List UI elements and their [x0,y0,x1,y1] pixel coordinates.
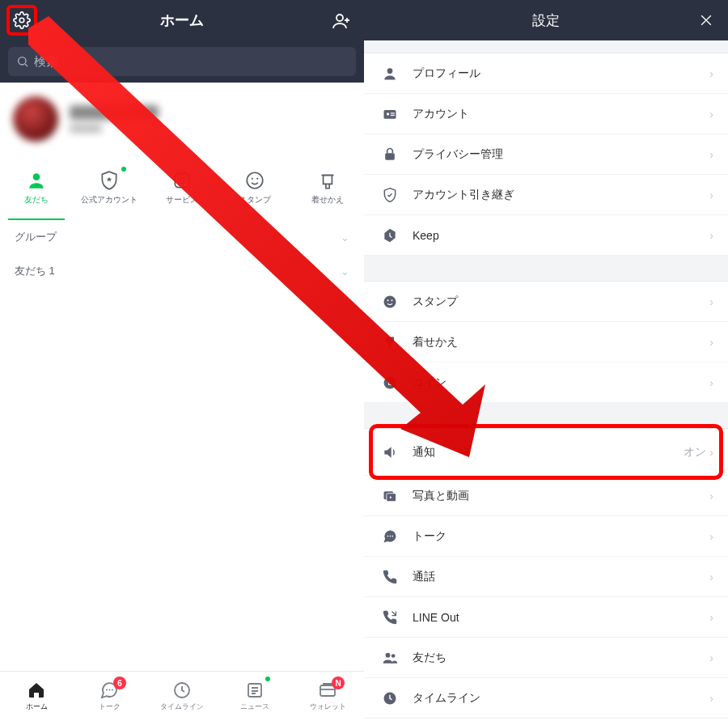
lock-icon [382,146,398,163]
svg-point-31 [386,652,391,657]
svg-point-17 [387,112,389,115]
settings-screen: 設定 プロフィール › アカウント › プライバシー管理 › [364,0,728,721]
settings-gear-button[interactable] [6,5,37,36]
chevron-right-icon: › [709,692,713,705]
svg-point-29 [390,535,392,537]
chevron-right-icon: › [709,336,713,349]
settings-item-coin[interactable]: L コイン › [364,363,728,403]
settings-item-notifications[interactable]: 通知 オン › [364,429,728,476]
news-icon [245,681,265,700]
settings-item-account-transfer[interactable]: アカウント引き継ぎ › [364,175,728,215]
chevron-right-icon: › [709,229,713,242]
chevron-right-icon: › [709,651,713,664]
smiley-icon [244,170,265,191]
tab-friends[interactable]: 友だち [0,155,73,220]
page-title: ホーム [160,11,204,30]
chevron-down-icon: ⌄ [341,265,349,278]
tab-stickers[interactable]: スタンプ [218,155,291,220]
chevron-right-icon: › [709,570,713,583]
svg-point-23 [392,299,393,301]
svg-point-0 [19,18,24,23]
chevron-right-icon: › [709,148,713,161]
svg-point-6 [247,172,263,189]
chevron-right-icon: › [709,376,713,389]
svg-point-3 [33,173,40,180]
profile-section[interactable] [0,83,364,155]
settings-item-lineout[interactable]: LINE Out › [364,597,728,638]
chevron-right-icon: › [709,295,713,308]
settings-item-profile[interactable]: プロフィール › [364,53,728,94]
svg-point-28 [387,535,389,537]
search-input[interactable]: 検索 [8,47,356,76]
svg-point-15 [387,68,393,74]
chevron-right-icon: › [709,67,713,80]
chat-icon [382,528,398,545]
settings-item-photos-videos[interactable]: 写真と動画 › [364,476,728,516]
notification-dot [121,167,126,172]
media-icon [382,488,398,504]
nav-home[interactable]: ホーム [0,672,73,721]
clock-icon [172,681,192,700]
settings-item-privacy[interactable]: プライバシー管理 › [364,134,728,175]
talk-badge: 6 [113,676,126,689]
smiley-icon [382,294,398,310]
tab-services[interactable]: S サービス [146,155,218,220]
wallet-badge: N [332,676,345,689]
tab-official-account[interactable]: 公式アカウント [73,155,146,220]
chevron-right-icon: › [709,446,713,459]
settings-item-calls[interactable]: 通話 › [364,557,728,597]
svg-point-1 [336,15,343,21]
service-icon: S [171,170,193,191]
shield-star-icon [99,170,120,191]
avatar [13,96,58,142]
category-tabs: 友だち 公式アカウント S サービス スタンプ 着せかえ [0,155,364,220]
nav-talk[interactable]: 6 トーク [73,672,146,721]
notification-state: オン [684,445,706,460]
id-card-icon [382,106,398,122]
hexagon-icon [382,227,398,244]
settings-header: 設定 [364,0,728,40]
search-icon [16,55,29,68]
nav-wallet[interactable]: N ウォレット [291,672,364,721]
add-friend-icon [332,11,351,31]
chevron-right-icon: › [709,611,713,624]
phone-out-icon [382,609,398,626]
svg-point-10 [109,689,111,691]
svg-rect-18 [391,112,395,113]
svg-rect-19 [391,114,395,115]
svg-rect-20 [385,153,395,159]
settings-item-keep[interactable]: Keep › [364,215,728,256]
settings-item-account[interactable]: アカウント › [364,94,728,134]
profile-sub-blurred [70,125,102,133]
settings-item-talk[interactable]: トーク › [364,516,728,557]
tab-themes[interactable]: 着せかえ [291,155,364,220]
shield-check-icon [382,187,398,203]
clock-icon [382,690,398,706]
speaker-icon [382,444,398,460]
profile-name-blurred [70,105,159,120]
settings-item-timeline[interactable]: タイムライン › [364,678,728,719]
svg-point-21 [384,295,396,307]
chevron-right-icon: › [709,108,713,121]
chevron-right-icon: › [709,530,713,543]
settings-item-stickers[interactable]: スタンプ › [364,282,728,322]
settings-title: 設定 [532,11,560,30]
friends-row[interactable]: 友だち 1 ⌄ [0,254,364,288]
settings-item-friends[interactable]: 友だち › [364,638,728,678]
chevron-right-icon: › [709,490,713,503]
home-icon [27,681,46,700]
home-header: ホーム 検索 [0,0,364,83]
close-button[interactable] [696,10,717,31]
svg-point-9 [106,689,108,691]
group-row[interactable]: グループ ⌄ [0,220,364,254]
svg-rect-13 [248,684,261,697]
phone-icon [382,569,398,585]
svg-point-8 [256,178,258,180]
nav-timeline[interactable]: タイムライン [146,672,218,721]
svg-point-32 [392,654,396,658]
svg-point-2 [19,57,26,65]
settings-item-themes[interactable]: 着せかえ › [364,322,728,363]
add-friend-button[interactable] [328,8,354,34]
svg-rect-16 [384,110,396,119]
nav-news[interactable]: ニュース [218,672,291,721]
